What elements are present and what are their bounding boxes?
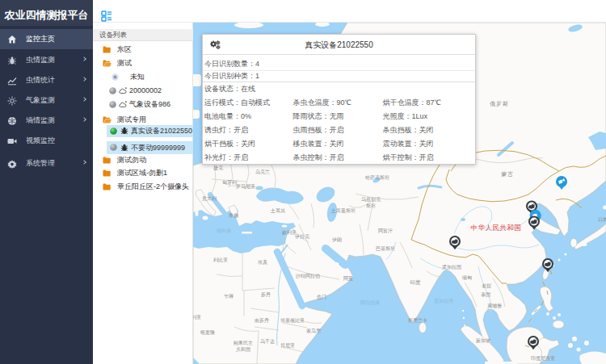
svg-text:中华人民共和国: 中华人民共和国: [471, 224, 522, 232]
svg-text:埃及: 埃及: [258, 260, 267, 265]
svg-text:伊拉克: 伊拉克: [295, 233, 309, 240]
svg-text:乌兹别克: 乌兹别克: [361, 196, 381, 203]
svg-text:南苏丹: 南苏丹: [255, 317, 269, 323]
svg-text:蒙古: 蒙古: [501, 171, 514, 178]
svg-text:捷克: 捷克: [213, 165, 223, 171]
svg-text:柬埔寨: 柬埔寨: [487, 303, 502, 308]
svg-text:哈萨克斯坦: 哈萨克斯坦: [365, 174, 389, 181]
svg-text:埃塞俄比亚: 埃塞俄比亚: [280, 317, 305, 324]
svg-text:土耳其: 土耳其: [270, 207, 285, 213]
svg-text:希腊: 希腊: [229, 213, 238, 218]
svg-text:老挝: 老挝: [482, 283, 491, 289]
svg-text:利亚: 利亚: [193, 314, 201, 320]
svg-text:沙特阿拉伯: 沙特阿拉伯: [295, 274, 320, 279]
svg-text:地中海: 地中海: [217, 228, 231, 233]
svg-text:意大利: 意大利: [201, 195, 217, 202]
svg-text:阿拉伯海: 阿拉伯海: [360, 300, 380, 306]
svg-text:印度: 印度: [410, 279, 422, 286]
svg-text:孟加拉国: 孟加拉国: [442, 265, 461, 270]
svg-text:乍得: 乍得: [224, 293, 234, 299]
svg-text:也门: 也门: [317, 294, 326, 299]
svg-text:俄罗斯: 俄罗斯: [490, 101, 508, 107]
svg-text:乌干达: 乌干达: [260, 338, 275, 345]
svg-text:新加坡: 新加坡: [476, 337, 490, 343]
svg-text:罗马尼亚: 罗马尼亚: [236, 183, 255, 189]
svg-text:日本: 日本: [598, 217, 606, 223]
svg-text:泰国: 泰国: [481, 292, 490, 298]
svg-text:匈牙利: 匈牙利: [222, 180, 237, 186]
svg-text:刚果民主: 刚果民主: [234, 340, 253, 346]
svg-text:苏丹: 苏丹: [261, 291, 271, 297]
svg-text:孟加拉湾: 孟加拉湾: [434, 298, 453, 304]
svg-text:索马里: 索马里: [306, 328, 322, 333]
svg-text:阿富汗: 阿富汗: [378, 228, 393, 234]
svg-text:肯尼亚: 肯尼亚: [280, 342, 295, 348]
svg-text:巴基斯坦: 巴基斯坦: [376, 246, 395, 251]
svg-text:阿曼: 阿曼: [343, 276, 353, 282]
svg-text:叙利亚: 叙利亚: [282, 229, 297, 236]
svg-text:斯里兰卡: 斯里兰卡: [408, 317, 427, 323]
svg-text:斯坦: 斯坦: [366, 203, 376, 208]
svg-text:伊朗: 伊朗: [332, 236, 342, 242]
svg-text:乌克兰: 乌克兰: [255, 169, 270, 175]
svg-text:利比亚: 利比亚: [213, 257, 228, 263]
svg-text:喀麦隆: 喀麦隆: [200, 329, 215, 336]
svg-text:共和国: 共和国: [236, 346, 250, 353]
svg-text:缅甸: 缅甸: [462, 275, 472, 281]
svg-text:土库曼斯坦: 土库曼斯坦: [330, 207, 356, 214]
svg-text:印度尼西亚: 印度尼西亚: [531, 355, 555, 362]
